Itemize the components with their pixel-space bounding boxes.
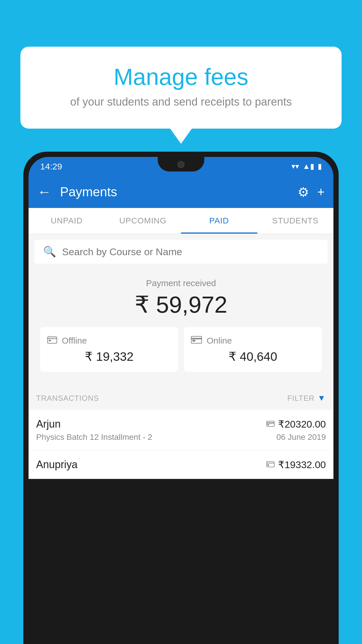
- svg-rect-7: [267, 421, 274, 426]
- svg-rect-9: [267, 424, 269, 425]
- offline-card-amount: ₹ 19,332: [47, 349, 171, 364]
- online-payment-card: Online ₹ 40,640: [184, 327, 322, 372]
- tabs-bar: UNPAID UPCOMING PAID STUDENTS: [29, 208, 333, 234]
- search-icon: 🔍: [43, 246, 56, 258]
- payment-received-label: Payment received: [34, 278, 328, 288]
- svg-rect-2: [49, 340, 51, 341]
- transaction-row-bottom: Physics Batch 12 Installment - 2 06 June…: [36, 433, 326, 442]
- content-area: 🔍 Payment received ₹ 59,972: [29, 234, 333, 479]
- filter-button[interactable]: FILTER ▼: [287, 393, 326, 403]
- transaction-item[interactable]: Arjun ₹20320.00: [29, 410, 333, 450]
- bubble-title: Manage fees: [44, 64, 318, 90]
- offline-card-type: Offline: [62, 336, 87, 346]
- filter-icon: ▼: [317, 393, 326, 403]
- transaction-amount-row: ₹20320.00: [266, 418, 326, 430]
- transaction-amount-row-2: ₹ ₹19332.00: [266, 459, 326, 470]
- transaction-name: Arjun: [36, 418, 61, 430]
- offline-card-icon: ₹: [47, 335, 57, 346]
- svg-text:₹: ₹: [267, 461, 269, 462]
- transaction-row-top: Arjun ₹20320.00: [36, 418, 326, 430]
- transaction-name-2: Anupriya: [36, 459, 78, 471]
- transaction-partial-top: Anupriya ₹ ₹19: [36, 459, 326, 471]
- svg-text:₹: ₹: [48, 335, 50, 337]
- phone-notch: [158, 157, 204, 172]
- transaction-item-partial[interactable]: Anupriya ₹ ₹19: [29, 450, 333, 479]
- online-card-header: Online: [191, 335, 315, 346]
- app-bar-actions: ⚙ +: [298, 185, 325, 200]
- offline-payment-card: ₹ Offline ₹ 19,332: [40, 327, 178, 372]
- tab-upcoming[interactable]: UPCOMING: [105, 208, 181, 234]
- settings-icon[interactable]: ⚙: [298, 185, 309, 200]
- search-bar: 🔍: [34, 240, 328, 264]
- add-icon[interactable]: +: [317, 185, 325, 199]
- payment-type-icon-2: ₹: [266, 460, 275, 469]
- filter-label: FILTER: [287, 394, 315, 403]
- search-input[interactable]: [62, 246, 319, 258]
- transaction-list: Arjun ₹20320.00: [29, 410, 333, 479]
- payment-type-icon: [266, 419, 275, 429]
- app-bar: ← Payments ⚙ +: [29, 176, 333, 208]
- status-time: 14:29: [40, 162, 62, 172]
- tab-unpaid[interactable]: UNPAID: [29, 208, 105, 234]
- tab-students[interactable]: STUDENTS: [257, 208, 334, 234]
- speech-bubble: Manage fees of your students and send re…: [20, 47, 342, 129]
- transactions-header: TRANSACTIONS FILTER ▼: [29, 386, 333, 410]
- transaction-date: 06 June 2019: [276, 433, 326, 442]
- phone-camera: [178, 161, 184, 168]
- signal-icon: ▲▮: [303, 162, 314, 171]
- online-card-amount: ₹ 40,640: [191, 349, 315, 364]
- payment-received-amount: ₹ 59,972: [34, 291, 328, 318]
- battery-icon: ▮: [318, 162, 322, 171]
- online-card-icon: [191, 335, 202, 346]
- online-card-type: Online: [207, 336, 232, 346]
- status-icons: ▾▾ ▲▮ ▮: [291, 162, 322, 171]
- bubble-subtitle: of your students and send receipts to pa…: [44, 96, 318, 108]
- transaction-description: Physics Batch 12 Installment - 2: [36, 433, 152, 442]
- back-button[interactable]: ←: [37, 185, 51, 199]
- phone-inner: 14:29 ▾▾ ▲▮ ▮ ← Payments ⚙ + UNPAID: [29, 157, 333, 639]
- app-title: Payments: [60, 185, 289, 199]
- transactions-label: TRANSACTIONS: [36, 394, 99, 403]
- payment-cards: ₹ Offline ₹ 19,332: [34, 327, 328, 381]
- speech-bubble-container: Manage fees of your students and send re…: [20, 47, 342, 129]
- transaction-amount: ₹20320.00: [278, 418, 326, 430]
- transaction-amount-2: ₹19332.00: [278, 459, 326, 470]
- tab-paid[interactable]: PAID: [181, 208, 257, 234]
- phone-frame: 14:29 ▾▾ ▲▮ ▮ ← Payments ⚙ + UNPAID: [23, 152, 339, 644]
- payment-summary: Payment received ₹ 59,972: [29, 270, 333, 386]
- svg-rect-6: [192, 340, 195, 342]
- wifi-icon: ▾▾: [291, 162, 299, 171]
- svg-rect-13: [267, 464, 269, 466]
- offline-card-header: ₹ Offline: [47, 335, 171, 346]
